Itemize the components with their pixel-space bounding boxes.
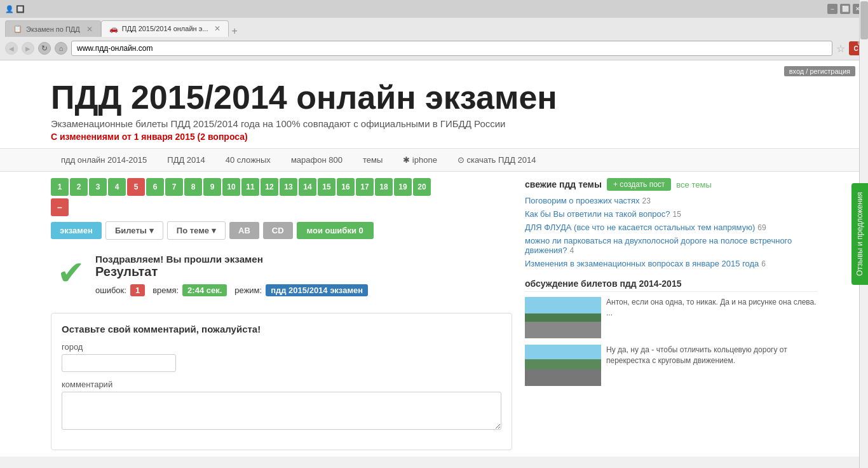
question-num-btn-3[interactable]: 3 (89, 178, 107, 196)
checkmark-icon: ✔ (57, 254, 85, 292)
question-num-btn-5[interactable]: 5 (127, 178, 145, 196)
forum-link[interactable]: ДЛЯ ФЛУДА (все что не касается остальных… (525, 223, 755, 232)
site-subtitle: Экзаменационные билеты ПДД 2015/2014 год… (51, 118, 855, 129)
by-theme-label: По теме (177, 226, 209, 235)
mode-label: режим: (234, 286, 262, 295)
number-grid: 1234567891011121314151617181920– (51, 178, 512, 216)
scrollbar-thumb[interactable] (860, 1, 868, 39)
tab-1[interactable]: 📋 Экзамен по ПДД ✕ (5, 20, 101, 37)
question-num-btn-16[interactable]: 16 (337, 178, 355, 196)
question-num-btn-15[interactable]: 15 (318, 178, 336, 196)
tab2-close[interactable]: ✕ (214, 24, 220, 33)
minus-btn[interactable]: – (51, 198, 69, 216)
discussion-thumb (525, 297, 601, 338)
question-num-btn-20[interactable]: 20 (413, 178, 431, 196)
question-num-btn-13[interactable]: 13 (280, 178, 297, 196)
minimize-btn[interactable]: – (827, 4, 837, 14)
forum-items: Поговорим о проезжих частях23Как бы Вы о… (525, 196, 817, 268)
question-num-btn-14[interactable]: 14 (299, 178, 316, 196)
discussion-text: Ну да, ну да - чтобы отличить кольцевую … (606, 345, 817, 366)
nav-item[interactable]: ПДД 2014 (157, 149, 215, 171)
forum-item: можно ли парковаться на двухполосной дор… (525, 236, 817, 255)
nav-item[interactable]: 40 сложных (215, 149, 281, 171)
question-num-btn-1[interactable]: 1 (51, 178, 69, 196)
tickets-dropdown-icon: ▾ (149, 226, 154, 235)
result-stats: ошибок: 1 время: 2:44 сек. режим: пдд 20… (95, 284, 368, 296)
back-btn[interactable]: ◀ (5, 42, 18, 55)
question-num-btn-2[interactable]: 2 (70, 178, 88, 196)
question-num-btn-10[interactable]: 10 (222, 178, 240, 196)
sidebar: свежие пдд темы + создать пост все темы … (525, 178, 817, 450)
discussion-text: Антон, если она одна, то никак. Да и на … (606, 297, 817, 319)
tab-2[interactable]: 🚗 ПДД 2015/2014 онлайн э... ✕ (101, 20, 229, 37)
forum-count: 4 (569, 246, 574, 255)
cd-button[interactable]: CD (263, 222, 293, 239)
by-theme-dropdown-icon: ▾ (212, 226, 216, 235)
forum-link[interactable]: Поговорим о проезжих частях (525, 196, 640, 205)
forum-count: 15 (672, 210, 681, 219)
errors-label: ошибок: (95, 286, 126, 295)
nav-item[interactable]: марафон 800 (281, 149, 353, 171)
comment-form-title: Оставьте свой комментарий, пожалуйста! (62, 324, 501, 334)
action-bar: экзамен Билеты ▾ По теме ▾ АВ CD мои оши… (51, 221, 512, 240)
bookmark-icon[interactable]: ☆ (836, 43, 845, 55)
new-tab-btn[interactable]: + (231, 25, 237, 37)
question-num-btn-9[interactable]: 9 (203, 178, 221, 196)
comment-form: Оставьте свой комментарий, пожалуйста! г… (51, 313, 512, 450)
question-num-btn-11[interactable]: 11 (241, 178, 259, 196)
congratulations-text: Поздравляем! Вы прошли экзамен (95, 254, 368, 265)
forum-link[interactable]: Как бы Вы ответили на такой вопрос? (525, 209, 670, 219)
city-input[interactable] (62, 354, 176, 372)
question-num-btn-19[interactable]: 19 (394, 178, 412, 196)
question-num-btn-8[interactable]: 8 (184, 178, 202, 196)
forward-btn[interactable]: ▶ (22, 42, 34, 55)
question-num-btn-6[interactable]: 6 (146, 178, 164, 196)
comment-textarea[interactable] (62, 392, 501, 430)
forum-count: 6 (761, 259, 766, 268)
nav-item[interactable]: пдд онлайн 2014-2015 (51, 149, 157, 171)
nav-item[interactable]: темы (353, 149, 393, 171)
forum-link[interactable]: можно ли парковаться на двухполосной дор… (525, 236, 792, 255)
errors-button[interactable]: мои ошибки 0 (297, 222, 374, 239)
question-num-btn-18[interactable]: 18 (375, 178, 393, 196)
page-wrapper: вход / регистрация ПДД 2015/2014 онлайн … (0, 60, 868, 457)
site-update: С изменениями от 1 января 2015 (2 вопрос… (51, 132, 855, 142)
tickets-button[interactable]: Билеты ▾ (105, 221, 163, 240)
tab2-favicon: 🚗 (109, 25, 118, 33)
main-content: 1234567891011121314151617181920– экзамен… (51, 178, 512, 450)
errors-count: 1 (130, 284, 145, 296)
time-value: 2:44 сек. (182, 284, 227, 296)
nav-item[interactable]: ✱ iphone (393, 149, 447, 171)
city-label: город (62, 342, 501, 352)
question-num-btn-4[interactable]: 4 (108, 178, 126, 196)
title-bar: 👤 🔲 – ⬜ ✕ (0, 0, 868, 18)
mode-value: пдд 2015/2014 экзамен (266, 284, 368, 296)
home-btn[interactable]: ⌂ (55, 42, 67, 55)
question-num-btn-12[interactable]: 12 (261, 178, 278, 196)
result-area: ✔ Поздравляем! Вы прошли экзамен Результ… (51, 247, 512, 303)
all-themes-link[interactable]: все темы (676, 180, 711, 189)
forum-title: свежие пдд темы (525, 179, 602, 189)
address-input[interactable] (71, 41, 832, 56)
login-register-link[interactable]: вход / регистрация (784, 66, 855, 76)
comment-group: комментарий (62, 380, 501, 432)
maximize-btn[interactable]: ⬜ (840, 4, 850, 14)
forum-item: Изменения в экзаменационных вопросах в я… (525, 259, 817, 268)
refresh-btn[interactable]: ↻ (38, 42, 51, 55)
exam-button[interactable]: экзамен (51, 222, 102, 239)
discussion-item: Антон, если она одна, то никак. Да и на … (525, 297, 817, 338)
tab1-label: Экзамен по ПДД (26, 25, 80, 33)
forum-link[interactable]: Изменения в экзаменационных вопросах в я… (525, 259, 759, 268)
create-post-button[interactable]: + создать пост (607, 178, 671, 191)
forum-count: 23 (642, 196, 651, 205)
content-wrapper: 1234567891011121314151617181920– экзамен… (0, 172, 868, 457)
nav-item[interactable]: ⊙ скачать ПДД 2014 (447, 149, 546, 171)
question-num-btn-7[interactable]: 7 (165, 178, 183, 196)
time-label: время: (153, 286, 179, 295)
feedback-tab[interactable]: Отзывы и предложения (851, 183, 868, 285)
by-theme-button[interactable]: По теме ▾ (167, 221, 226, 240)
ab-button[interactable]: АВ (229, 222, 259, 239)
tab1-close[interactable]: ✕ (86, 25, 93, 34)
discussions-container: Антон, если она одна, то никак. Да и на … (525, 297, 817, 386)
question-num-btn-17[interactable]: 17 (356, 178, 374, 196)
